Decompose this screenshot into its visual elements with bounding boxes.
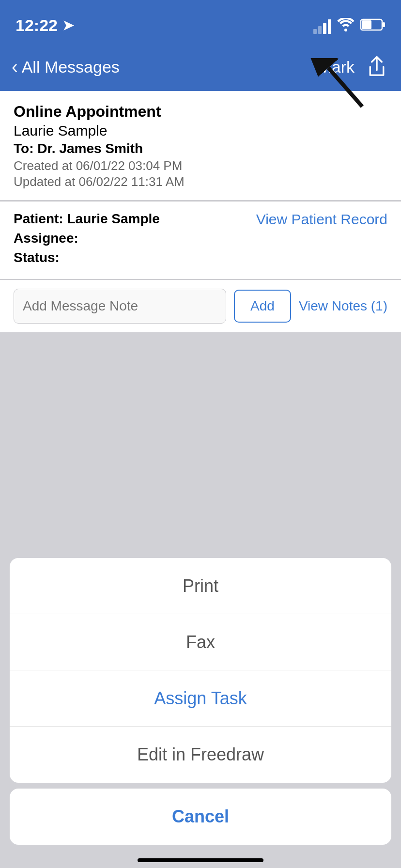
back-button[interactable]: ‹ All Messages bbox=[12, 57, 120, 78]
fax-action[interactable]: Fax bbox=[10, 614, 391, 670]
message-to: To: Dr. James Smith bbox=[14, 141, 387, 156]
patient-info: Patient: Laurie Sample Assignee: Status:… bbox=[0, 201, 401, 279]
assign-task-action[interactable]: Assign Task bbox=[10, 670, 391, 727]
edit-freedraw-action[interactable]: Edit in Freedraw bbox=[10, 727, 391, 783]
status-label-row: Status: bbox=[14, 250, 160, 265]
wifi-icon bbox=[337, 18, 355, 35]
home-indicator bbox=[138, 858, 263, 862]
status-icons bbox=[313, 18, 386, 35]
add-button[interactable]: Add bbox=[234, 290, 291, 323]
patient-info-row: Patient: Laurie Sample Assignee: Status:… bbox=[14, 211, 387, 265]
cancel-button[interactable]: Cancel bbox=[10, 789, 391, 845]
notes-input[interactable] bbox=[14, 289, 226, 324]
battery-icon bbox=[360, 18, 386, 35]
nav-bar: ‹ All Messages Mark bbox=[0, 43, 401, 91]
notes-section: Add View Notes (1) bbox=[0, 279, 401, 332]
message-patient-name: Laurie Sample bbox=[14, 123, 387, 139]
nav-actions: Mark bbox=[318, 54, 389, 79]
status-time: 12:22 ➤ bbox=[15, 16, 74, 35]
assignee-label-row: Assignee: bbox=[14, 231, 160, 246]
signal-icon bbox=[313, 19, 331, 34]
patient-label-row: Patient: Laurie Sample bbox=[14, 211, 160, 227]
view-patient-record-link[interactable]: View Patient Record bbox=[256, 211, 387, 228]
svg-rect-1 bbox=[362, 20, 371, 29]
chevron-left-icon: ‹ bbox=[12, 57, 18, 78]
message-created: Created at 06/01/22 03:04 PM bbox=[14, 158, 387, 173]
share-button[interactable] bbox=[364, 54, 389, 79]
svg-rect-2 bbox=[383, 22, 385, 27]
message-title: Online Appointment bbox=[14, 103, 387, 121]
mark-button[interactable]: Mark bbox=[318, 58, 355, 77]
location-icon: ➤ bbox=[62, 17, 74, 33]
patient-info-left: Patient: Laurie Sample Assignee: Status: bbox=[14, 211, 160, 265]
action-group: Print Fax Assign Task Edit in Freedraw bbox=[10, 558, 391, 783]
message-header: Online Appointment Laurie Sample To: Dr.… bbox=[0, 91, 401, 201]
message-updated: Updated at 06/02/22 11:31 AM bbox=[14, 174, 387, 189]
view-notes-link[interactable]: View Notes (1) bbox=[299, 298, 387, 314]
back-label: All Messages bbox=[22, 58, 120, 77]
status-bar: 12:22 ➤ bbox=[0, 0, 401, 43]
print-action[interactable]: Print bbox=[10, 558, 391, 614]
bottom-action-sheet: Print Fax Assign Task Edit in Freedraw C… bbox=[0, 558, 401, 868]
